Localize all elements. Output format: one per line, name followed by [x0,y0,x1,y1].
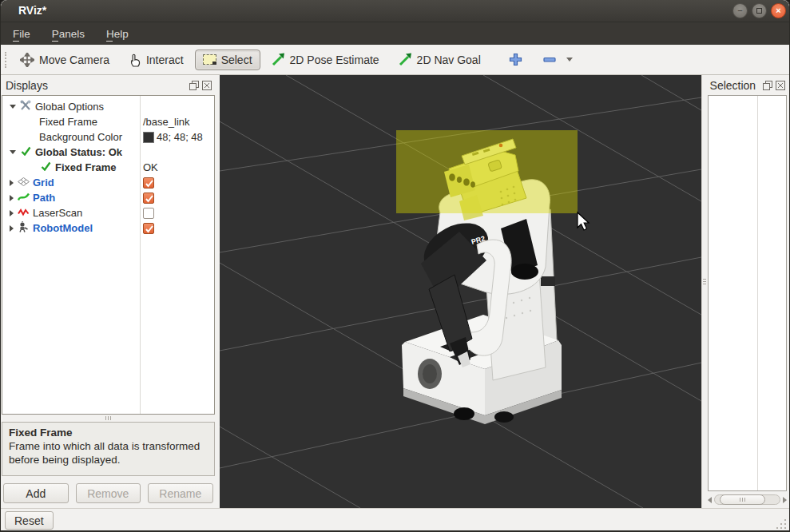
reset-button[interactable]: Reset [5,511,54,530]
tool-2d-nav-goal[interactable]: 2D Nav Goal [391,49,489,70]
displays-panel-title: Displays [6,79,48,92]
mouse-cursor [578,212,589,230]
tool-options-caret-icon [566,58,573,62]
help-title: Fixed Frame [9,427,208,440]
robotmodel-display-icon [18,221,30,232]
tool-2d-pose-estimate[interactable]: 2D Pose Estimate [264,49,387,70]
status-ok-check-icon [21,146,31,156]
expander-icon[interactable] [10,210,14,216]
scrollbar-track[interactable] [714,494,780,505]
expander-icon[interactable] [10,105,16,109]
move-camera-icon [20,53,34,67]
nav-goal-arrow-icon [399,53,412,66]
window-resize-grip[interactable] [776,518,787,530]
minimize-button[interactable]: − [732,3,748,18]
remove-display-button[interactable]: Remove [76,483,141,503]
window-controls: − × [732,3,786,18]
selection-h-scrollbar[interactable] [708,494,787,506]
grid-checkbox[interactable] [143,177,154,189]
color-swatch [143,132,154,143]
expander-icon[interactable] [10,195,14,201]
fixed-frame-value[interactable]: /base_link [143,114,190,129]
titlebar[interactable]: RViz* − × [1,0,789,22]
close-panel-icon[interactable] [776,81,785,90]
3d-scene: PR2 [220,75,701,508]
select-marquee-icon [203,54,216,65]
selection-list[interactable] [708,95,787,491]
panels-mnemonic-underline [52,41,58,42]
selection-panel-header: Selection [702,75,789,95]
help-body: Frame into which all data is transformed… [9,440,208,467]
plus-icon [508,52,523,67]
tree-row-robotmodel[interactable]: RobotModel [2,220,214,236]
tree-row-global-status[interactable]: Global Status: Ok [2,145,214,160]
minus-icon [542,52,557,67]
robotmodel-checkbox[interactable] [143,223,154,234]
toolbar: Move Camera Interact Select 2D Pose Esti… [1,45,789,75]
maximize-button[interactable] [752,3,767,18]
window-title: RViz* [18,4,46,17]
path-checkbox[interactable] [143,193,154,204]
menu-panels[interactable]: Panels [52,28,85,40]
maximize-icon [756,8,762,14]
tool-move-camera[interactable]: Move Camera [12,49,117,71]
tools-icon [20,100,32,111]
toolbar-drag-handle[interactable] [5,52,8,68]
selection-panel-title: Selection [710,79,756,92]
main-area: Displays [1,75,789,508]
tool-select[interactable]: Select [195,50,260,70]
rviz-window: RViz* − × File Panels Help Move Camera [0,0,790,532]
close-panel-icon[interactable] [202,81,212,90]
tree-row-fixed-frame[interactable]: Fixed Frame /base_link [2,114,214,129]
laserscan-checkbox[interactable] [143,208,154,219]
expander-icon[interactable] [10,180,14,186]
status-ok-check-icon [41,161,51,171]
menubar: File Panels Help [1,22,789,45]
property-help-box: Fixed Frame Frame into which all data is… [2,422,215,476]
displays-buttons-row: Add Remove Rename [1,476,216,508]
scrollbar-thumb[interactable] [720,494,765,505]
menu-help[interactable]: Help [106,28,129,40]
tool-interact[interactable]: Interact [121,49,192,71]
tree-row-laserscan[interactable]: LaserScan [2,205,214,220]
menu-file[interactable]: File [13,28,30,40]
scroll-left-icon[interactable] [708,497,712,503]
tree-help-splitter[interactable] [1,415,216,422]
pose-estimate-arrow-icon [272,53,285,66]
tree-row-global-options[interactable]: Global Options [2,99,214,114]
selection-column-divider[interactable] [757,96,758,490]
laserscan-display-icon [18,208,30,216]
displays-panel: Displays [1,75,216,508]
add-tool-button[interactable] [500,48,531,71]
help-mnemonic-underline [106,41,113,42]
tree-row-path[interactable]: Path [2,190,214,205]
interact-hand-icon [129,53,141,67]
remove-tool-button[interactable] [534,48,581,71]
selection-rubber-band [396,130,578,213]
rename-display-button[interactable]: Rename [148,483,213,503]
status-value: OK [143,160,158,175]
float-panel-icon[interactable] [763,81,772,90]
render-viewport[interactable]: PR2 [220,75,701,508]
statusbar: Reset [1,508,789,532]
grid-display-icon [18,177,30,186]
path-display-icon [18,192,30,201]
tree-row-grid[interactable]: Grid [2,175,214,190]
scroll-right-icon[interactable] [783,497,787,503]
close-button[interactable]: × [771,3,786,18]
selection-panel-splitter[interactable] [703,279,706,284]
expander-icon[interactable] [10,225,14,232]
selection-panel: Selection [701,75,789,508]
file-mnemonic-underline [13,41,19,42]
displays-panel-header: Displays [1,75,216,95]
background-color-value[interactable]: 48; 48; 48 [143,129,203,145]
add-display-button[interactable]: Add [3,483,69,503]
displays-tree: Global Options Fixed Frame /base_link Ba… [2,95,215,415]
tree-row-background-color[interactable]: Background Color 48; 48; 48 [2,129,214,145]
tree-row-status-fixed-frame[interactable]: Fixed Frame OK [2,160,214,175]
expander-icon[interactable] [10,150,16,154]
float-panel-icon[interactable] [189,81,199,90]
